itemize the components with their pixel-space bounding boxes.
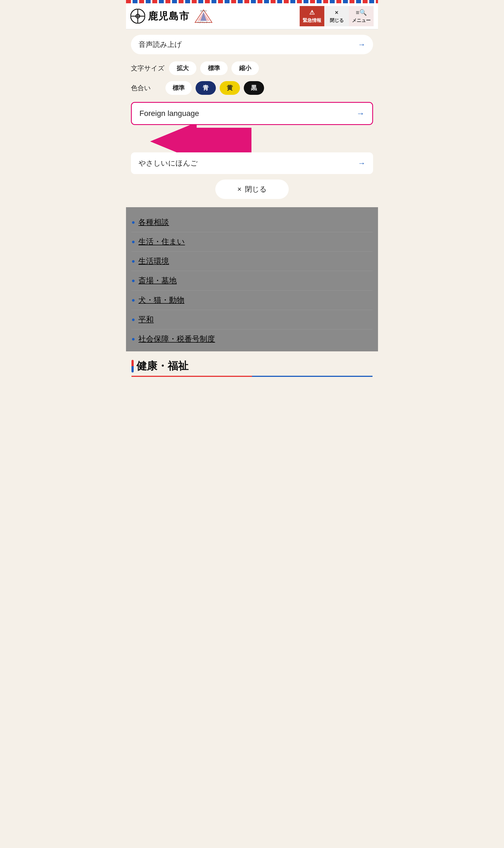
close-button-label: 閉じる <box>245 184 267 194</box>
header: 鹿児島市 マグマシティ 鹿児島市 ⚠ 緊急情報 × 閉じる ≡🔍 メニュー <box>126 3 378 29</box>
health-bottom-line <box>131 376 373 377</box>
easy-japanese-bar[interactable]: やさしいにほんご → <box>131 153 373 174</box>
bullet-icon: ● <box>131 316 135 323</box>
close-row: × 閉じる <box>131 179 373 199</box>
list-link-peace[interactable]: 平和 <box>138 314 154 325</box>
close-header-icon: × <box>335 9 339 16</box>
font-shrink-button[interactable]: 縮小 <box>232 61 259 75</box>
list-link-seikatsu-sumai[interactable]: 生活・住まい <box>138 236 185 247</box>
menu-label: メニュー <box>352 17 371 23</box>
bullet-icon: ● <box>131 238 135 245</box>
list-item: ● 犬・猫・動物 <box>131 290 373 310</box>
nav-list: ● 各種相談 ● 生活・住まい ● 生活環境 ● 斎場・墓地 ● 犬・猫・動物 … <box>131 213 373 349</box>
bullet-icon: ● <box>131 219 135 226</box>
emergency-button[interactable]: ⚠ 緊急情報 <box>300 6 324 26</box>
bullet-icon: ● <box>131 335 135 342</box>
color-yellow-button[interactable]: 黄 <box>220 81 240 95</box>
voice-reading-label: 音声読み上げ <box>139 40 182 49</box>
city-logo-icon <box>130 9 145 23</box>
easy-jp-arrow-icon: → <box>358 159 365 168</box>
close-header-label: 閉じる <box>330 17 344 23</box>
list-item: ● 社会保障・税番号制度 <box>131 330 373 349</box>
magma-city-badge: マグマシティ 鹿児島市 <box>194 9 213 23</box>
health-title: 健康・福祉 <box>131 359 373 373</box>
color-buttons: 標準 青 黄 黒 <box>165 81 264 95</box>
font-size-buttons: 拡大 標準 縮小 <box>169 61 259 75</box>
svg-text:マグマシティ: マグマシティ <box>197 21 210 23</box>
list-item: ● 斎場・墓地 <box>131 271 373 290</box>
color-row: 色合い 標準 青 黄 黒 <box>131 81 373 95</box>
health-title-text: 健康・福祉 <box>137 359 188 373</box>
font-size-label: 文字サイズ <box>131 64 165 73</box>
svg-text:鹿児島市: 鹿児島市 <box>200 10 207 12</box>
close-x-icon: × <box>237 185 241 194</box>
emergency-label: 緊急情報 <box>303 17 321 23</box>
city-name: 鹿児島市 <box>148 10 190 23</box>
font-size-row: 文字サイズ 拡大 標準 縮小 <box>131 61 373 75</box>
list-item: ● 生活・住まい <box>131 232 373 252</box>
font-enlarge-button[interactable]: 拡大 <box>169 61 196 75</box>
list-item: ● 生活環境 <box>131 252 373 271</box>
health-accent-bar <box>131 360 134 372</box>
menu-button[interactable]: ≡🔍 メニュー <box>349 6 374 26</box>
list-item: ● 各種相談 <box>131 213 373 232</box>
list-section: ● 各種相談 ● 生活・住まい ● 生活環境 ● 斎場・墓地 ● 犬・猫・動物 … <box>126 207 378 351</box>
header-buttons: ⚠ 緊急情報 × 閉じる ≡🔍 メニュー <box>300 6 374 26</box>
bullet-icon: ● <box>131 258 135 265</box>
list-link-animals[interactable]: 犬・猫・動物 <box>138 295 184 305</box>
foreign-language-bar[interactable]: Foreign language → <box>131 102 373 125</box>
color-blue-button[interactable]: 青 <box>196 81 216 95</box>
list-item: ● 平和 <box>131 310 373 330</box>
emergency-icon: ⚠ <box>309 9 315 16</box>
easy-japanese-label: やさしいにほんご <box>139 158 198 168</box>
color-label: 色合い <box>131 84 161 92</box>
header-logo: 鹿児島市 マグマシティ 鹿児島市 <box>130 9 300 23</box>
voice-arrow-icon: → <box>358 40 365 49</box>
foreign-language-label: Foreign language <box>140 109 199 118</box>
foreign-arrow-icon: → <box>356 109 364 118</box>
list-link-saijo[interactable]: 斎場・墓地 <box>138 276 177 286</box>
font-standard-button[interactable]: 標準 <box>200 61 228 75</box>
list-link-mynumber[interactable]: 社会保障・税番号制度 <box>138 334 215 344</box>
color-standard-button[interactable]: 標準 <box>165 81 192 95</box>
panel-close-button[interactable]: × 閉じる <box>215 179 288 199</box>
menu-icon: ≡🔍 <box>356 9 367 16</box>
list-link-soudan[interactable]: 各種相談 <box>138 217 169 228</box>
health-section: 健康・福祉 <box>126 351 378 379</box>
voice-reading-bar[interactable]: 音声読み上げ → <box>131 35 373 54</box>
close-header-button[interactable]: × 閉じる <box>324 6 349 26</box>
main-panel: 音声読み上げ → 文字サイズ 拡大 標準 縮小 色合い 標準 青 黄 黒 For… <box>126 29 378 207</box>
bullet-icon: ● <box>131 277 135 284</box>
color-black-button[interactable]: 黒 <box>244 81 264 95</box>
list-link-seikatsu-kankyo[interactable]: 生活環境 <box>138 256 169 266</box>
bullet-icon: ● <box>131 297 135 304</box>
top-stripe <box>126 0 378 3</box>
